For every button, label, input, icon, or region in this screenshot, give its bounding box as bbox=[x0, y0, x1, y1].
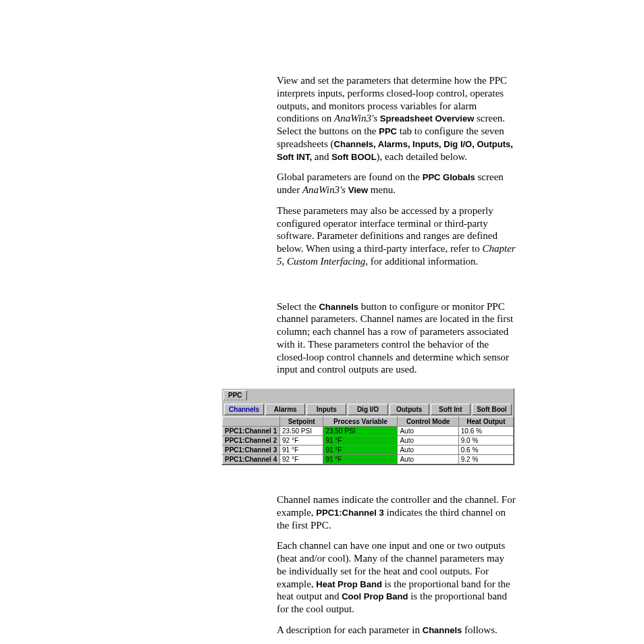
italic: AnaWin3's bbox=[302, 184, 346, 195]
bold: Channels bbox=[319, 302, 358, 312]
row-header[interactable]: PPC1:Channel 2 bbox=[223, 436, 280, 446]
bold: View bbox=[348, 185, 368, 195]
row-header[interactable]: PPC1:Channel 3 bbox=[223, 446, 280, 455]
bold: PPC bbox=[379, 126, 397, 136]
text: A description for each parameter in bbox=[277, 624, 423, 635]
setpoint-cell[interactable]: 92 °F bbox=[280, 455, 323, 464]
spreadsheet-figure: PPC Channels Alarms Inputs Dig I/O Outpu… bbox=[221, 388, 514, 465]
row-header[interactable]: PPC1:Channel 1 bbox=[223, 427, 280, 436]
below-p3: A description for each parameter in Chan… bbox=[277, 624, 516, 637]
pv-cell[interactable]: 91 °F bbox=[323, 455, 398, 464]
mode-cell[interactable]: Auto bbox=[398, 436, 458, 446]
intro-block: View and set the parameters that determi… bbox=[277, 74, 516, 268]
heat-cell[interactable]: 9.0 % bbox=[458, 436, 513, 446]
heat-cell[interactable]: 10.6 % bbox=[458, 427, 513, 436]
text: Global parameters are found on the bbox=[277, 171, 423, 182]
soft-bool-button[interactable]: Soft Bool bbox=[472, 404, 512, 415]
header-row: Setpoint Process Variable Control Mode H… bbox=[223, 417, 514, 427]
tab-ppc[interactable]: PPC bbox=[223, 390, 247, 400]
col-control-mode[interactable]: Control Mode bbox=[398, 417, 458, 427]
text: for additional information. bbox=[368, 256, 478, 267]
table-row: PPC1:Channel 4 92 °F 91 °F Auto 9.2 % bbox=[223, 455, 514, 464]
bold: Spreadsheet Overview bbox=[380, 113, 474, 124]
toolbar: Channels Alarms Inputs Dig I/O Outputs S… bbox=[222, 401, 514, 417]
text: Select the bbox=[277, 301, 319, 312]
intro-p2: Global parameters are found on the PPC G… bbox=[277, 171, 516, 196]
setpoint-cell[interactable]: 23.50 PSI bbox=[280, 427, 323, 436]
table-row: PPC1:Channel 3 91 °F 91 °F Auto 0.6 % bbox=[223, 446, 514, 455]
below-block: Channel names indicate the controller an… bbox=[277, 493, 516, 637]
intro-p3: These parameters may also be accessed by… bbox=[277, 205, 516, 268]
heat-cell[interactable]: 9.2 % bbox=[458, 455, 513, 464]
row-header[interactable]: PPC1:Channel 4 bbox=[223, 455, 280, 464]
col-process-variable[interactable]: Process Variable bbox=[323, 417, 398, 427]
below-p2: Each channel can have one input and one … bbox=[277, 539, 516, 616]
text: menu. bbox=[368, 184, 396, 195]
setpoint-cell[interactable]: 92 °F bbox=[280, 436, 323, 446]
bold: Channels bbox=[423, 625, 462, 635]
col-setpoint[interactable]: Setpoint bbox=[280, 417, 323, 427]
channels-intro: Select the Channels button to configure … bbox=[277, 300, 516, 377]
text: follows. bbox=[462, 624, 498, 635]
alarms-button[interactable]: Alarms bbox=[265, 404, 305, 415]
pv-cell[interactable]: 23.50 PSI bbox=[323, 427, 398, 436]
table-row: PPC1:Channel 2 92 °F 91 °F Auto 9.0 % bbox=[223, 436, 514, 446]
intro-p1: View and set the parameters that determi… bbox=[277, 74, 516, 163]
col-heat-output[interactable]: Heat Output bbox=[458, 417, 513, 427]
channels-intro-p: Select the Channels button to configure … bbox=[277, 300, 516, 377]
soft-int-button[interactable]: Soft Int bbox=[431, 404, 471, 415]
mode-cell[interactable]: Auto bbox=[398, 427, 458, 436]
tab-bar: PPC bbox=[222, 389, 514, 401]
below-p1: Channel names indicate the controller an… bbox=[277, 493, 516, 531]
bold: PPC1:Channel 3 bbox=[316, 508, 383, 518]
bold: Cool Prop Band bbox=[342, 591, 408, 601]
italic: AnaWin3's bbox=[334, 113, 377, 124]
pv-cell[interactable]: 91 °F bbox=[323, 446, 398, 455]
corner-cell bbox=[223, 417, 280, 427]
bold: PPC Globals bbox=[423, 172, 475, 182]
outputs-button[interactable]: Outputs bbox=[390, 404, 429, 415]
text: These parameters may also be accessed by… bbox=[277, 205, 498, 254]
spreadsheet-table: Setpoint Process Variable Control Mode H… bbox=[222, 417, 514, 464]
bold: Soft BOOL bbox=[331, 152, 376, 162]
text: ), each detailed below. bbox=[377, 151, 467, 162]
mode-cell[interactable]: Auto bbox=[398, 455, 458, 464]
text: and bbox=[312, 151, 331, 162]
heat-cell[interactable]: 0.6 % bbox=[458, 446, 513, 455]
table-row: PPC1:Channel 1 23.50 PSI 23.50 PSI Auto … bbox=[223, 427, 514, 436]
pv-cell[interactable]: 91 °F bbox=[323, 436, 398, 446]
dig-io-button[interactable]: Dig I/O bbox=[348, 404, 387, 415]
page: View and set the parameters that determi… bbox=[0, 0, 644, 637]
inputs-button[interactable]: Inputs bbox=[306, 404, 346, 415]
mode-cell[interactable]: Auto bbox=[398, 446, 458, 455]
setpoint-cell[interactable]: 91 °F bbox=[280, 446, 323, 455]
bold: Heat Prop Band bbox=[316, 579, 382, 589]
channels-button[interactable]: Channels bbox=[224, 404, 264, 415]
